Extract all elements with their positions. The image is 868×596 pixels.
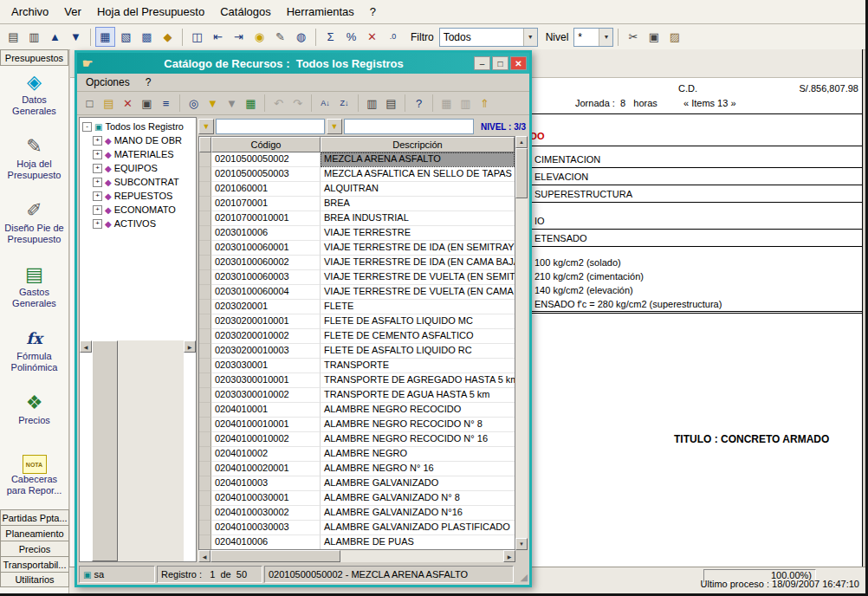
record-selector[interactable] — [199, 211, 211, 226]
scroll-left-icon[interactable]: ◀ — [198, 550, 211, 562]
table-row[interactable]: 02030100060002VIAJE TERRESTRE DE IDA (EN… — [199, 256, 515, 270]
record-selector[interactable] — [199, 521, 211, 535]
screen-view-icon[interactable]: ▩ — [137, 27, 157, 47]
record-selector[interactable] — [199, 432, 211, 447]
collapse-icon[interactable]: - — [82, 122, 92, 132]
record-selector[interactable] — [199, 476, 211, 491]
sort-ascending-icon[interactable]: A↓ — [316, 94, 334, 113]
table-row[interactable]: 02030200010002FLETE DE CEMENTO ASFALTICO — [199, 329, 515, 344]
scrollbar-thumb[interactable] — [211, 550, 340, 562]
record-selector[interactable] — [199, 329, 211, 344]
table-row[interactable]: 02030100060004VIAJE TERRESTRE DE VUELTA … — [199, 285, 515, 300]
minimize-button[interactable]: – — [474, 56, 490, 70]
search-icon[interactable]: ◎ — [185, 94, 203, 113]
chevron-down-icon[interactable]: ▼ — [523, 29, 537, 46]
table-row[interactable]: 02040100020001ALAMBRE NEGRO N° 16 — [199, 462, 515, 476]
sidebar-item-cabeceras[interactable]: NOTACabeceras para Repor... — [0, 450, 68, 515]
table-row[interactable]: 0203030001TRANSPORTE — [199, 359, 515, 373]
table-row[interactable]: 02040100030003ALAMBRE GALVANIZADO PLASTI… — [199, 521, 515, 535]
sidebar-item-planeamiento[interactable]: Planeamiento — [0, 525, 69, 541]
indent-icon[interactable]: ⇥ — [229, 27, 249, 47]
table-row[interactable]: 0201060001ALQUITRAN — [199, 182, 515, 197]
tree-node[interactable]: +◆MANO DE OBR — [80, 133, 196, 147]
record-selector[interactable] — [199, 359, 211, 373]
outdent-icon[interactable]: ⇤ — [208, 27, 228, 47]
record-selector[interactable] — [199, 167, 211, 182]
tree-node[interactable]: +◆EQUIPOS — [80, 161, 196, 175]
new-record-icon[interactable]: □ — [81, 94, 99, 113]
record-selector[interactable] — [199, 373, 211, 388]
tree-node[interactable]: +◆REPUESTOS — [80, 189, 196, 203]
record-selector[interactable] — [199, 152, 211, 167]
expand-icon[interactable]: + — [93, 178, 102, 187]
table-row[interactable]: 0203020001FLETE — [199, 300, 515, 314]
budget-sheet-view-icon[interactable]: ▦ — [95, 27, 115, 47]
menu-hoja-del-presupuesto[interactable]: Hoja del Presupuesto — [89, 2, 212, 22]
expand-icon[interactable]: + — [93, 164, 102, 173]
table-row[interactable]: 02010700010001BREA INDUSTRIAL — [199, 211, 515, 226]
sidebar-item-gastos-generales[interactable]: ▤Gastos Generales — [0, 258, 68, 322]
view-detail-icon[interactable]: ◍ — [291, 27, 311, 47]
filter-funnel-icon[interactable]: ▼ — [198, 119, 214, 134]
copy-icon[interactable]: ▣ — [644, 27, 664, 47]
scroll-right-icon[interactable]: ▶ — [503, 550, 515, 562]
record-selector[interactable] — [199, 197, 211, 211]
expand-icon[interactable]: + — [93, 205, 102, 215]
record-selector[interactable] — [199, 491, 211, 506]
print-preview-icon[interactable]: ▥ — [24, 27, 44, 47]
scrollbar-track[interactable] — [92, 340, 184, 561]
sidebar-item-transportabilidad[interactable]: Transportabil... — [0, 556, 69, 572]
record-selector[interactable] — [199, 300, 211, 314]
dialog-title-bar[interactable]: ☛ Catálogo de Recursos : Todos los Regis… — [77, 53, 529, 74]
cut-icon[interactable]: ✂ — [623, 27, 643, 47]
sort-descending-icon[interactable]: Z↓ — [335, 94, 353, 113]
filter-funnel-icon[interactable]: ▼ — [327, 119, 342, 134]
edit-icon[interactable]: ✎ — [270, 27, 290, 47]
tree-horizontal-scrollbar[interactable]: ◀ ▶ — [80, 340, 196, 561]
table-row[interactable]: 0204010001ALAMBRE NEGRO RECOCIDO — [199, 403, 515, 418]
sidebar-item-formula-polinomica[interactable]: fxFórmula Polinómica — [0, 322, 68, 386]
help-icon[interactable]: ? — [410, 94, 428, 113]
expand-icon[interactable]: + — [93, 191, 102, 201]
table-row[interactable]: 02030300010001TRANSPORTE DE AGREGADO HAS… — [199, 373, 515, 388]
tree-node[interactable]: +◆SUBCONTRAT — [80, 175, 196, 189]
record-selector[interactable] — [199, 285, 211, 300]
filter-clear-icon[interactable]: ▼ — [223, 94, 241, 113]
percent-icon[interactable]: % — [341, 27, 361, 47]
table-row[interactable]: 02030200010001FLETE DE ASFALTO LIQUIDO M… — [199, 314, 515, 329]
scrollbar-track[interactable] — [515, 148, 528, 538]
table-row[interactable]: 0201070001BREA — [199, 197, 515, 211]
table-row[interactable]: 02030200010003FLETE DE ASFALTO LIQUIDO R… — [199, 344, 515, 359]
sidebar-item-hoja-del-presupuesto[interactable]: ✎Hoja del Presupuesto — [0, 130, 68, 194]
scroll-left-icon[interactable]: ◀ — [80, 340, 92, 353]
delete-small-icon[interactable]: ✕ — [362, 27, 382, 47]
scroll-down-icon[interactable]: ▼ — [515, 538, 528, 550]
record-selector[interactable] — [199, 506, 211, 521]
sidebar-item-precios[interactable]: ❖Precios — [0, 386, 68, 450]
highlight-icon[interactable]: ◉ — [249, 27, 269, 47]
table-row[interactable]: 02030100060001VIAJE TERRESTRE DE IDA (EN… — [199, 241, 515, 256]
sidebar-item-datos-generales[interactable]: ◈Datos Generales — [0, 66, 68, 130]
table-row[interactable]: 02040100010001ALAMBRE NEGRO RECOCIDO N° … — [199, 418, 515, 432]
table-row[interactable]: 02040100030002ALAMBRE GALVANIZADO N°16 — [199, 506, 515, 521]
scrollbar-thumb[interactable] — [92, 340, 118, 561]
open-icon[interactable]: ▤ — [100, 94, 118, 113]
record-selector[interactable] — [199, 241, 211, 256]
record-selector[interactable] — [199, 270, 211, 285]
sidebar-item-partidas-ppta[interactable]: Partidas Ppta... — [0, 509, 69, 525]
column-header-codigo[interactable]: Código — [211, 137, 321, 152]
export-icon[interactable]: ▦ — [242, 94, 260, 113]
expand-icon[interactable]: + — [93, 150, 102, 159]
sidebar-item-diseno-pie-presupuesto[interactable]: ✐Diseño Pie de Presupuesto — [0, 194, 68, 258]
scroll-right-icon[interactable]: ▶ — [184, 340, 196, 353]
menu-ayuda[interactable]: ? — [362, 2, 384, 22]
sum-icon[interactable]: Σ — [321, 27, 340, 47]
tree-view-icon[interactable]: ≡ — [157, 94, 175, 113]
scrollbar-thumb[interactable] — [515, 148, 528, 198]
preview-icon[interactable]: ▥ — [363, 94, 381, 113]
column-header-descripcion[interactable]: Descripción — [321, 137, 515, 152]
table-row[interactable]: 02030300010002TRANSPORTE DE AGUA HASTA 5… — [199, 388, 515, 403]
record-selector[interactable] — [199, 403, 211, 418]
record-selector[interactable] — [199, 535, 211, 549]
record-selector[interactable] — [199, 418, 211, 432]
